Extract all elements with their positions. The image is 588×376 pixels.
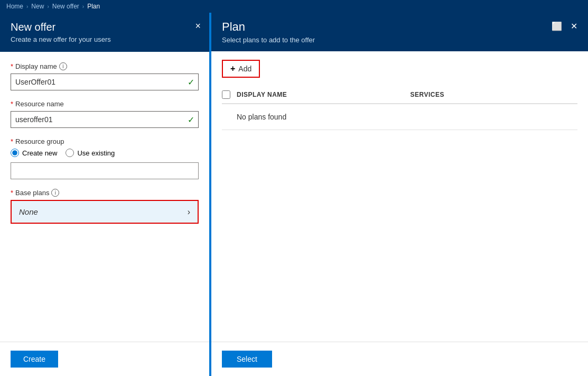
table-header: DISPLAY NAME SERVICES [222, 86, 577, 104]
add-button[interactable]: + Add [222, 60, 260, 78]
left-panel: New offer Create a new offer for your us… [0, 13, 211, 376]
left-panel-subtitle: Create a new offer for your users [11, 35, 111, 43]
right-panel-footer: Select [211, 342, 588, 376]
display-name-label: * Display name i [11, 62, 199, 70]
plan-table: DISPLAY NAME SERVICES No plans found [222, 86, 577, 130]
resource-group-label-text: Resource group [15, 137, 64, 145]
display-name-label-text: Display name [15, 62, 57, 70]
resource-group-required-star: * [11, 137, 13, 145]
display-name-field-group: * Display name i ✓ [11, 62, 199, 90]
base-plans-required-star: * [11, 189, 13, 197]
display-name-check-icon: ✓ [188, 77, 194, 87]
resource-name-check-icon: ✓ [188, 115, 194, 125]
resource-name-field-group: * Resource name ✓ [11, 100, 199, 128]
breadcrumb-new-offer[interactable]: New offer [52, 3, 79, 10]
base-plans-field-group: * Base plans i None › [11, 189, 199, 224]
table-bottom-separator [222, 130, 577, 130]
right-panel-header: Plan Select plans to add to the offer ⬜ … [211, 13, 588, 51]
use-existing-label: Use existing [77, 149, 115, 157]
add-icon: + [230, 64, 235, 74]
display-name-info-icon[interactable]: i [59, 62, 67, 70]
right-panel: Plan Select plans to add to the offer ⬜ … [211, 13, 588, 376]
breadcrumb-sep-2: › [47, 4, 49, 10]
base-plans-info-icon[interactable]: i [51, 189, 59, 197]
right-panel-restore-button[interactable]: ⬜ [549, 20, 564, 32]
add-button-label: Add [238, 65, 251, 73]
breadcrumb-home[interactable]: Home [6, 3, 23, 10]
left-panel-content: * Display name i ✓ * Resource name ✓ [0, 52, 209, 342]
resource-group-radio-group: Create new Use existing [11, 149, 199, 157]
resource-name-label: * Resource name [11, 100, 199, 108]
right-panel-subtitle: Select plans to add to the offer [222, 36, 315, 44]
resource-name-label-text: Resource name [15, 100, 64, 108]
use-existing-radio[interactable] [66, 149, 74, 157]
breadcrumb-plan: Plan [87, 3, 100, 10]
right-header-actions: ⬜ ✕ [549, 20, 580, 32]
right-header-text: Plan Select plans to add to the offer [222, 20, 315, 44]
left-panel-header: New offer Create a new offer for your us… [0, 13, 209, 52]
resource-group-label: * Resource group [11, 137, 199, 145]
col-display-name-header: DISPLAY NAME [237, 91, 404, 98]
breadcrumb: Home › New › New offer › Plan [0, 0, 588, 13]
main-container: New offer Create a new offer for your us… [0, 13, 588, 376]
left-panel-title: New offer [11, 21, 111, 33]
display-name-input[interactable] [11, 74, 199, 90]
resource-group-field-group: * Resource group Create new Use existing [11, 137, 199, 179]
base-plans-selector[interactable]: None › [11, 200, 199, 224]
resource-group-input-wrapper [11, 162, 199, 179]
left-panel-close-button[interactable]: × [195, 21, 201, 31]
create-new-label: Create new [22, 149, 57, 157]
resource-name-input-wrapper: ✓ [11, 111, 199, 128]
right-panel-content: + Add DISPLAY NAME SERVICES No plans fou… [211, 51, 588, 342]
breadcrumb-sep-3: › [82, 4, 84, 10]
left-header-text: New offer Create a new offer for your us… [11, 21, 111, 43]
breadcrumb-new[interactable]: New [31, 3, 44, 10]
table-select-all-checkbox[interactable] [222, 90, 230, 99]
base-plans-label-text: Base plans [15, 189, 49, 197]
base-plans-value: None [19, 207, 176, 216]
breadcrumb-sep-1: › [26, 4, 28, 10]
resource-name-input[interactable] [11, 111, 199, 128]
base-plans-chevron-icon: › [188, 207, 190, 217]
base-plans-label: * Base plans i [11, 189, 199, 197]
right-panel-title: Plan [222, 20, 315, 34]
resource-name-required-star: * [11, 100, 13, 108]
col-services-header: SERVICES [410, 91, 578, 98]
no-plans-message: No plans found [222, 104, 577, 130]
display-name-required-star: * [11, 62, 13, 70]
left-panel-footer: Create [0, 342, 209, 376]
create-new-option[interactable]: Create new [11, 149, 57, 157]
create-button[interactable]: Create [11, 351, 58, 368]
create-new-radio[interactable] [11, 149, 19, 157]
resource-group-input[interactable] [11, 162, 199, 179]
use-existing-option[interactable]: Use existing [66, 149, 115, 157]
display-name-input-wrapper: ✓ [11, 74, 199, 90]
select-button[interactable]: Select [222, 351, 272, 368]
right-panel-close-button[interactable]: ✕ [568, 20, 580, 32]
